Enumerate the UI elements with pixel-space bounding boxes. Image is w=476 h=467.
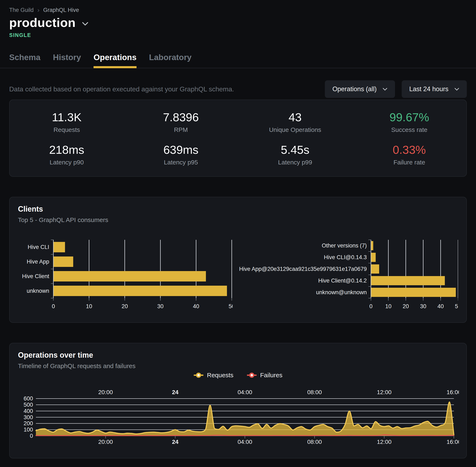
stat-value: 0.33% — [352, 143, 466, 156]
svg-text:30: 30 — [157, 303, 163, 310]
stat-label: RPM — [124, 126, 238, 133]
svg-text:400: 400 — [24, 408, 33, 414]
svg-text:Hive Client: Hive Client — [22, 273, 49, 279]
svg-text:0: 0 — [52, 303, 55, 310]
svg-text:20:00: 20:00 — [98, 439, 113, 445]
stat-value: 218ms — [10, 143, 124, 156]
clients-title: Clients — [18, 205, 458, 213]
svg-text:500: 500 — [24, 402, 33, 408]
svg-text:unknown@unknown: unknown@unknown — [316, 289, 367, 296]
breadcrumb: The Guild › GraphQL Hive — [9, 6, 467, 14]
svg-text:40: 40 — [193, 303, 199, 310]
svg-text:50: 50 — [229, 303, 233, 310]
svg-text:300: 300 — [24, 414, 33, 420]
svg-text:20: 20 — [403, 303, 409, 310]
chevron-right-icon: › — [37, 6, 40, 14]
stat-latency-p95: 639ms Latency p95 — [124, 143, 238, 166]
svg-text:unknown: unknown — [27, 288, 49, 294]
svg-text:20:00: 20:00 — [98, 389, 113, 395]
breadcrumb-org-link[interactable]: The Guild — [9, 6, 34, 14]
header: The Guild › GraphQL Hive production SING… — [9, 0, 467, 68]
stat-rpm: 7.8396 RPM — [124, 111, 238, 133]
clients-charts-row: 01020304050Hive CLIHive AppHive Clientun… — [18, 238, 458, 311]
clients-subtitle: Top 5 - GraphQL API consumers — [18, 216, 458, 223]
tab-operations[interactable]: Operations — [93, 53, 136, 68]
svg-text:30: 30 — [420, 303, 426, 310]
svg-text:10: 10 — [86, 303, 92, 310]
stat-value: 11.3K — [10, 111, 124, 124]
svg-text:100: 100 — [24, 427, 33, 433]
failures-line-marker-icon — [247, 373, 257, 378]
stat-success-rate: 99.67% Success rate — [352, 111, 466, 133]
svg-text:24: 24 — [172, 439, 179, 445]
operations-filter-label: Operations (all) — [332, 85, 377, 93]
chevron-down-icon — [383, 88, 387, 91]
stat-label: Latency p90 — [10, 159, 124, 166]
breadcrumb-project-link[interactable]: GraphQL Hive — [43, 6, 79, 14]
svg-text:04:00: 04:00 — [238, 439, 252, 445]
client-versions-bar-chart[interactable]: 01020304050Other versions (7)Hive CLI@0.… — [233, 238, 458, 311]
svg-text:50: 50 — [455, 303, 458, 310]
operations-over-time-chart[interactable]: 010020030040050060020:0020:00242404:0004… — [18, 382, 459, 447]
svg-text:16:00: 16:00 — [447, 439, 459, 445]
legend-label: Requests — [207, 372, 233, 379]
stat-label: Latency p99 — [238, 159, 352, 166]
svg-text:16:00: 16:00 — [447, 389, 459, 395]
operations-filter-dropdown[interactable]: Operations (all) — [325, 80, 395, 98]
svg-text:40: 40 — [437, 303, 444, 310]
operations-over-time-subtitle: Timeline of GraphQL requests and failure… — [18, 363, 458, 370]
stat-requests: 11.3K Requests — [10, 111, 124, 133]
stats-summary-card: 11.3K Requests 7.8396 RPM 43 Unique Oper… — [9, 100, 467, 177]
svg-text:Hive CLI: Hive CLI — [27, 244, 49, 250]
svg-text:24: 24 — [172, 389, 179, 395]
svg-text:08:00: 08:00 — [307, 389, 322, 395]
chevron-down-icon — [454, 88, 459, 91]
target-type-badge: SINGLE — [9, 32, 467, 38]
stat-failure-rate: 0.33% Failure rate — [352, 143, 466, 166]
legend-item-requests[interactable]: Requests — [194, 372, 233, 379]
stat-label: Unique Operations — [238, 126, 352, 133]
tab-schema[interactable]: Schema — [9, 53, 40, 68]
title-row: production — [9, 16, 467, 30]
stat-value: 639ms — [124, 143, 238, 156]
svg-text:Hive App: Hive App — [27, 259, 49, 265]
period-filter-dropdown[interactable]: Last 24 hours — [402, 80, 467, 98]
stat-label: Latency p95 — [124, 159, 238, 166]
filters-toolbar: Data collected based on operation execut… — [9, 80, 467, 98]
clients-card: Clients Top 5 - GraphQL API consumers 01… — [9, 197, 467, 323]
tab-bar: Schema History Operations Laboratory — [0, 53, 476, 68]
tab-laboratory[interactable]: Laboratory — [149, 53, 192, 68]
stat-value: 43 — [238, 111, 352, 124]
svg-text:0: 0 — [30, 433, 33, 439]
stat-latency-p90: 218ms Latency p90 — [10, 143, 124, 166]
svg-text:Other versions (7): Other versions (7) — [322, 243, 367, 249]
svg-text:Hive Client@0.14.2: Hive Client@0.14.2 — [318, 278, 367, 284]
stat-label: Failure rate — [352, 159, 466, 166]
svg-text:Hive App@20e3129caa921c35e9979: Hive App@20e3129caa921c35e9979631e17a067… — [239, 266, 367, 272]
operations-page: The Guild › GraphQL Hive production SING… — [0, 0, 476, 458]
clients-top5-bar-chart[interactable]: 01020304050Hive CLIHive AppHive Clientun… — [18, 238, 233, 311]
tab-history[interactable]: History — [53, 53, 81, 68]
svg-text:Hive CLI@0.14.3: Hive CLI@0.14.3 — [324, 254, 367, 260]
target-selector-button[interactable] — [82, 22, 89, 26]
svg-text:200: 200 — [24, 420, 33, 427]
svg-text:12:00: 12:00 — [377, 439, 391, 445]
svg-text:20: 20 — [121, 303, 128, 310]
operations-over-time-card: Operations over time Timeline of GraphQL… — [9, 343, 467, 458]
stat-label: Success rate — [352, 126, 466, 133]
chevron-down-icon — [82, 22, 89, 26]
svg-text:0: 0 — [369, 303, 372, 310]
svg-text:10: 10 — [385, 303, 391, 310]
stat-unique-operations: 43 Unique Operations — [238, 111, 352, 133]
legend-item-failures[interactable]: Failures — [247, 372, 282, 379]
page-description: Data collected based on operation execut… — [9, 85, 234, 93]
svg-text:600: 600 — [24, 395, 33, 402]
timeline-chart-wrap: 010020030040050060020:0020:00242404:0004… — [18, 382, 458, 447]
stat-latency-p99: 5.45s Latency p99 — [238, 143, 352, 166]
stat-value: 5.45s — [238, 143, 352, 156]
stat-value: 99.67% — [352, 111, 466, 124]
svg-text:12:00: 12:00 — [377, 389, 391, 395]
operations-over-time-title: Operations over time — [18, 351, 458, 360]
page-title: production — [9, 16, 76, 30]
period-filter-label: Last 24 hours — [409, 85, 449, 93]
